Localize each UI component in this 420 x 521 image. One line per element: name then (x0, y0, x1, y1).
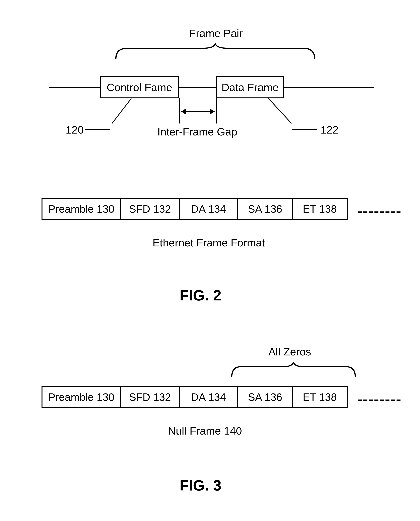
all-zeros-brace (230, 361, 357, 378)
frame-pair-label: Frame Pair (189, 27, 243, 40)
fig3-field-sa: SA 136 (238, 387, 293, 407)
fig2-field-preamble: Preamble 130 (43, 199, 121, 219)
frame-pair-brace (114, 43, 317, 60)
fig3-ellipsis: -------- (357, 390, 401, 408)
fig2-title: FIG. 2 (180, 286, 221, 304)
leader-122 (264, 98, 295, 124)
fig3-title: FIG. 3 (180, 477, 221, 494)
fig2-caption: Ethernet Frame Format (153, 236, 265, 249)
fig3-field-et: ET 138 (293, 387, 347, 407)
control-frame-text: Control Fame (107, 81, 172, 94)
ifg-arrow (181, 111, 214, 112)
ref-122-line (292, 129, 317, 130)
fig3-field-preamble: Preamble 130 (43, 387, 121, 407)
data-frame-box: Data Frame (216, 76, 284, 98)
fig2-field-sa: SA 136 (238, 199, 293, 219)
fig3-caption: Null Frame 140 (168, 425, 242, 437)
ref-120-line (85, 129, 110, 130)
ref-122: 122 (321, 124, 338, 136)
fig2-field-sfd: SFD 132 (121, 199, 180, 219)
all-zeros-label: All Zeros (268, 345, 311, 358)
ref-120: 120 (66, 124, 84, 136)
fig3-field-da: DA 134 (180, 387, 238, 407)
ifg-tick-right (216, 98, 217, 124)
ifg-label: Inter-Frame Gap (158, 125, 237, 138)
fig3-field-sfd: SFD 132 (121, 387, 180, 407)
leader-120 (108, 98, 135, 124)
fig2-ellipsis: -------- (357, 202, 401, 220)
fig2-field-et: ET 138 (293, 199, 347, 219)
data-frame-text: Data Frame (221, 81, 279, 94)
fig2-fields-row: Preamble 130 SFD 132 DA 134 SA 136 ET 13… (42, 198, 348, 220)
fig3-fields-row: Preamble 130 SFD 132 DA 134 SA 136 ET 13… (42, 386, 348, 408)
frame-pair-wire (49, 87, 374, 88)
control-frame-box: Control Fame (100, 76, 179, 98)
fig2-field-da: DA 134 (180, 199, 238, 219)
ifg-tick-left (179, 98, 180, 124)
